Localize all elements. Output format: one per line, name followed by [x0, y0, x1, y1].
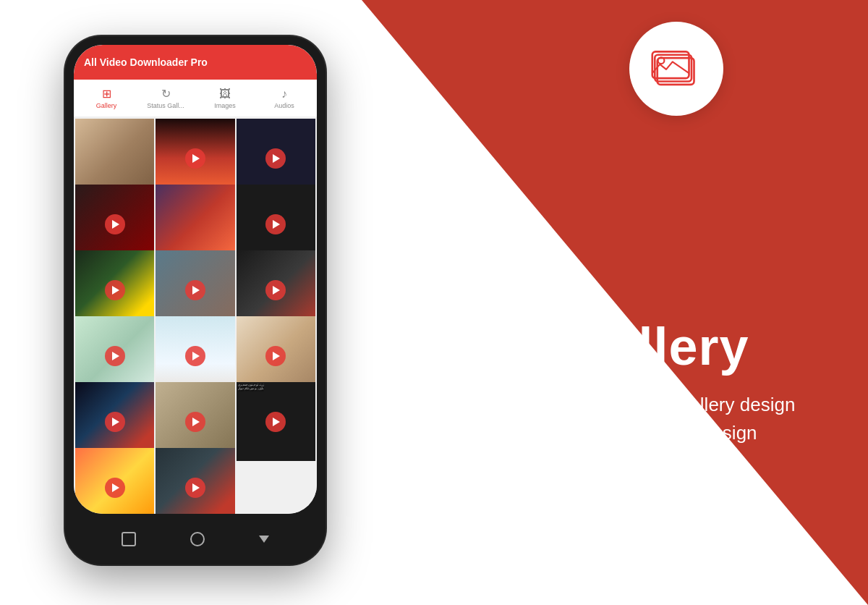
phone-screen: All Video Downloader Pro ⊞ Gallery ↻ Sta…: [74, 45, 317, 514]
nav-home-button[interactable]: [190, 532, 205, 546]
grid-cell-16[interactable]: Color Say AC main AyeHum Bohat Sust HoGa…: [75, 448, 154, 514]
tab-audios[interactable]: ♪ Audios: [255, 88, 314, 109]
grid-cell-17[interactable]: [156, 448, 234, 514]
tab-gallery[interactable]: ⊞ Gallery: [77, 87, 136, 109]
tab-gallery-label: Gallery: [96, 102, 117, 109]
tab-status[interactable]: ↻ Status Gall...: [136, 87, 195, 109]
status-tab-icon: ↻: [161, 87, 171, 101]
play-button-15[interactable]: [265, 412, 286, 432]
play-button-14[interactable]: [185, 412, 205, 432]
play-button-7[interactable]: [105, 280, 125, 300]
gallery-tab-icon: ⊞: [102, 87, 111, 101]
play-button-9[interactable]: [265, 280, 286, 300]
play-button-3[interactable]: [265, 148, 286, 169]
phone-outer: All Video Downloader Pro ⊞ Gallery ↻ Sta…: [65, 36, 326, 564]
tab-status-label: Status Gall...: [147, 102, 184, 109]
cell-text-15: زرنے تو جہنوں جمعہریپاؤں ہو میں شام دیوا…: [238, 384, 264, 458]
gallery-icon-container: [629, 22, 723, 116]
play-button-4[interactable]: [105, 214, 125, 234]
app-bar-title: All Video Downloader Pro: [84, 56, 208, 68]
phone-mockup: All Video Downloader Pro ⊞ Gallery ↻ Sta…: [65, 36, 326, 564]
right-text: Gallery Clean and elegant gallery design…: [521, 317, 796, 447]
tab-audios-label: Audios: [274, 102, 294, 109]
gallery-title: Gallery: [567, 317, 749, 376]
tab-images-label: Images: [214, 102, 236, 109]
play-button-10[interactable]: [105, 346, 125, 366]
images-tab-icon: 🖼: [219, 88, 231, 101]
app-bar: All Video Downloader Pro: [74, 45, 317, 80]
play-button-8[interactable]: [185, 280, 205, 300]
audios-tab-icon: ♪: [281, 88, 287, 101]
grid-cell-15[interactable]: زرنے تو جہنوں جمعہریپاؤں ہو میں شام دیوا…: [237, 382, 315, 461]
play-button-2[interactable]: [185, 148, 205, 169]
tab-bar[interactable]: ⊞ Gallery ↻ Status Gall... 🖼 Images ♪ Au…: [74, 80, 317, 117]
gallery-grid: HOW STRONG'S TING WHEN WE كتاب بولو (Fbd…: [74, 117, 317, 514]
tab-images[interactable]: 🖼 Images: [195, 88, 255, 109]
play-button-17[interactable]: [185, 478, 205, 498]
play-button-6[interactable]: [265, 214, 286, 234]
nav-back-button[interactable]: [259, 536, 269, 543]
nav-square-button[interactable]: [122, 532, 136, 546]
play-button-13[interactable]: [105, 412, 125, 432]
play-button-11[interactable]: [185, 346, 205, 366]
gallery-subtitle: Clean and elegant gallery design accordi…: [521, 391, 796, 447]
right-panel: Gallery Clean and elegant gallery design…: [448, 0, 868, 605]
gallery-icon: [651, 43, 702, 94]
play-button-16[interactable]: [105, 478, 125, 498]
phone-nav-bar: [65, 514, 326, 564]
play-button-12[interactable]: [265, 346, 286, 366]
